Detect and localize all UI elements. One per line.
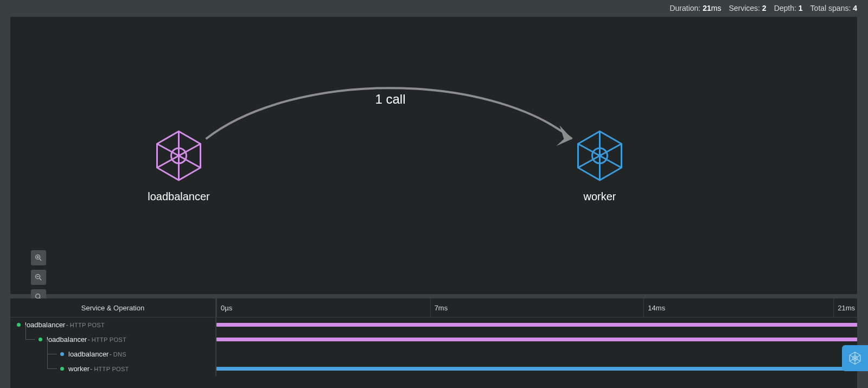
cube-icon xyxy=(847,351,863,366)
span-bar-track xyxy=(216,361,857,376)
timeline-tick: 14ms xyxy=(643,298,665,317)
separator: - xyxy=(90,365,92,373)
operation-name: HTTP POST xyxy=(92,336,126,343)
tick-label: 21ms xyxy=(838,304,855,312)
status-dot-icon xyxy=(39,338,42,341)
span-row[interactable]: loadbalancer - HTTP POST xyxy=(10,317,857,332)
span-row-label: loadbalancer - HTTP POST xyxy=(10,332,216,347)
cube-icon xyxy=(157,131,201,180)
span-bar[interactable] xyxy=(216,367,857,371)
totalspans-stat: Total spans: 4 xyxy=(810,4,857,12)
node-label: worker xyxy=(583,190,616,202)
services-stat: Services: 2 xyxy=(729,4,766,12)
zoom-in-icon xyxy=(34,253,43,262)
separator: - xyxy=(109,350,111,358)
totalspans-label: Total spans: xyxy=(810,4,851,12)
duration-unit: ms xyxy=(711,4,722,12)
zoom-controls xyxy=(31,250,46,304)
timeline-ticks: 0µs7ms14ms21ms xyxy=(216,298,857,317)
span-bar-track xyxy=(216,332,857,347)
tick-label: 14ms xyxy=(648,304,665,312)
timeline-tick: 0µs xyxy=(216,298,232,317)
separator: - xyxy=(87,335,90,344)
cube-icon xyxy=(578,131,622,180)
status-dot-icon xyxy=(60,352,64,356)
span-row[interactable]: worker - HTTP POST xyxy=(10,361,857,376)
services-label: Services: xyxy=(729,4,760,12)
span-rows: loadbalancer - HTTP POSTloadbalancer - H… xyxy=(10,317,857,376)
service-name: loadbalancer xyxy=(25,321,65,329)
tick-label: 0µs xyxy=(221,304,232,312)
totalspans-value: 4 xyxy=(853,4,857,12)
status-dot-icon xyxy=(60,367,64,371)
duration-stat: Duration: 21ms xyxy=(669,4,721,12)
depth-stat: Depth: 1 xyxy=(774,4,803,12)
status-dot-icon xyxy=(17,323,21,327)
zoom-in-button[interactable] xyxy=(31,250,46,265)
services-value: 2 xyxy=(762,4,767,12)
timeline-header: Service & Operation 0µs7ms14ms21ms xyxy=(10,298,857,317)
node-loadbalancer[interactable]: loadbalancer xyxy=(148,131,210,202)
span-bar-track xyxy=(216,317,857,332)
span-timeline: Service & Operation 0µs7ms14ms21ms loadb… xyxy=(10,298,857,388)
operation-name: HTTP POST xyxy=(70,322,105,328)
span-row[interactable]: loadbalancer - DNS xyxy=(10,347,857,361)
svg-line-11 xyxy=(40,259,41,260)
span-row[interactable]: loadbalancer - HTTP POST xyxy=(10,332,857,347)
span-row-label: worker - HTTP POST xyxy=(10,361,216,376)
graph-edge-label: 1 call xyxy=(375,92,405,106)
svg-line-15 xyxy=(40,278,41,280)
service-name: loadbalancer xyxy=(47,335,87,344)
span-bar[interactable] xyxy=(216,323,857,327)
service-name: loadbalancer xyxy=(68,350,108,358)
timeline-tick: 7ms xyxy=(430,298,448,317)
service-name: worker xyxy=(68,365,90,373)
dependency-graph-panel[interactable]: 1 call loadbalancer xyxy=(10,17,857,294)
timeline-tick: 21ms xyxy=(833,298,855,317)
span-row-label: loadbalancer - HTTP POST xyxy=(10,317,216,332)
depth-label: Depth: xyxy=(774,4,796,12)
node-label: loadbalancer xyxy=(148,190,210,202)
system-architecture-button[interactable] xyxy=(842,345,868,371)
depth-value: 1 xyxy=(799,4,803,12)
zoom-out-icon xyxy=(34,273,43,282)
tick-label: 7ms xyxy=(435,304,448,312)
timeline-header-label: Service & Operation xyxy=(10,298,216,317)
node-worker[interactable]: worker xyxy=(578,131,622,202)
span-bar-track xyxy=(216,347,857,361)
duration-label: Duration: xyxy=(669,4,700,12)
separator: - xyxy=(66,321,68,329)
svg-point-17 xyxy=(36,294,40,298)
span-row-label: loadbalancer - DNS xyxy=(10,347,216,361)
operation-name: HTTP POST xyxy=(94,366,129,372)
span-bar[interactable] xyxy=(216,338,857,341)
duration-value: 21 xyxy=(703,4,711,12)
dependency-graph-svg: 1 call loadbalancer xyxy=(10,17,857,294)
trace-stats-bar: Duration: 21ms Services: 2 Depth: 1 Tota… xyxy=(0,0,857,16)
zoom-out-button[interactable] xyxy=(31,270,46,285)
operation-name: DNS xyxy=(113,351,126,358)
